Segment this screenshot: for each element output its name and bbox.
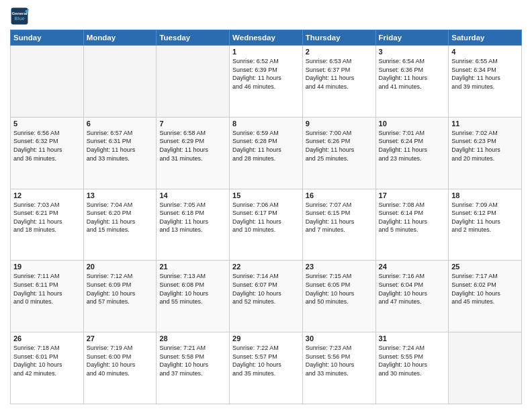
day-info: Sunrise: 7:14 AM Sunset: 6:07 PM Dayligh… bbox=[232, 272, 300, 306]
calendar-cell: 6Sunrise: 6:57 AM Sunset: 6:31 PM Daylig… bbox=[83, 117, 157, 189]
week-row-4: 19Sunrise: 7:11 AM Sunset: 6:11 PM Dayli… bbox=[11, 261, 522, 332]
day-number: 29 bbox=[232, 334, 300, 342]
day-number: 28 bbox=[159, 334, 226, 342]
day-info: Sunrise: 7:17 AM Sunset: 6:02 PM Dayligh… bbox=[451, 272, 519, 306]
day-info: Sunrise: 6:57 AM Sunset: 6:31 PM Dayligh… bbox=[87, 129, 154, 163]
calendar-cell: 19Sunrise: 7:11 AM Sunset: 6:11 PM Dayli… bbox=[11, 261, 84, 332]
day-info: Sunrise: 7:08 AM Sunset: 6:14 PM Dayligh… bbox=[379, 201, 446, 234]
day-number: 12 bbox=[13, 191, 81, 199]
calendar-cell: 25Sunrise: 7:17 AM Sunset: 6:02 PM Dayli… bbox=[449, 261, 522, 332]
day-number: 20 bbox=[87, 263, 154, 271]
day-number: 3 bbox=[379, 48, 446, 56]
weekday-wednesday: Wednesday bbox=[230, 30, 303, 46]
calendar: SundayMondayTuesdayWednesdayThursdayFrid… bbox=[10, 30, 522, 404]
calendar-cell: 17Sunrise: 7:08 AM Sunset: 6:14 PM Dayli… bbox=[375, 189, 449, 261]
calendar-cell: 12Sunrise: 7:03 AM Sunset: 6:21 PM Dayli… bbox=[11, 189, 84, 261]
calendar-cell: 18Sunrise: 7:09 AM Sunset: 6:12 PM Dayli… bbox=[449, 189, 522, 261]
day-info: Sunrise: 7:01 AM Sunset: 6:24 PM Dayligh… bbox=[379, 129, 446, 163]
day-number: 4 bbox=[451, 48, 519, 56]
day-info: Sunrise: 7:21 AM Sunset: 5:58 PM Dayligh… bbox=[159, 344, 226, 377]
calendar-cell: 27Sunrise: 7:19 AM Sunset: 6:00 PM Dayli… bbox=[83, 332, 157, 404]
day-number: 19 bbox=[13, 263, 81, 271]
week-row-1: 1Sunrise: 6:52 AM Sunset: 6:39 PM Daylig… bbox=[11, 46, 522, 118]
day-number: 31 bbox=[379, 334, 446, 342]
day-info: Sunrise: 7:16 AM Sunset: 6:04 PM Dayligh… bbox=[379, 272, 446, 306]
week-row-3: 12Sunrise: 7:03 AM Sunset: 6:21 PM Dayli… bbox=[11, 189, 522, 261]
day-number: 23 bbox=[306, 263, 373, 271]
day-number: 18 bbox=[451, 191, 519, 199]
calendar-cell: 20Sunrise: 7:12 AM Sunset: 6:09 PM Dayli… bbox=[83, 261, 157, 332]
day-info: Sunrise: 7:03 AM Sunset: 6:21 PM Dayligh… bbox=[13, 201, 81, 234]
calendar-cell: 3Sunrise: 6:54 AM Sunset: 6:36 PM Daylig… bbox=[375, 46, 449, 118]
day-number: 16 bbox=[306, 191, 373, 199]
day-number: 5 bbox=[13, 120, 81, 128]
calendar-cell: 11Sunrise: 7:02 AM Sunset: 6:23 PM Dayli… bbox=[449, 117, 522, 189]
calendar-cell: 8Sunrise: 6:59 AM Sunset: 6:28 PM Daylig… bbox=[230, 117, 303, 189]
day-number: 9 bbox=[306, 120, 373, 128]
weekday-thursday: Thursday bbox=[302, 30, 375, 46]
day-info: Sunrise: 7:18 AM Sunset: 6:01 PM Dayligh… bbox=[13, 344, 81, 377]
calendar-cell: 26Sunrise: 7:18 AM Sunset: 6:01 PM Dayli… bbox=[11, 332, 84, 404]
day-number: 26 bbox=[13, 334, 81, 342]
logo-icon: General Blue bbox=[10, 7, 29, 26]
day-number: 10 bbox=[379, 120, 446, 128]
calendar-cell: 15Sunrise: 7:06 AM Sunset: 6:17 PM Dayli… bbox=[230, 189, 303, 261]
day-number: 1 bbox=[232, 48, 300, 56]
calendar-cell: 28Sunrise: 7:21 AM Sunset: 5:58 PM Dayli… bbox=[157, 332, 230, 404]
calendar-cell: 22Sunrise: 7:14 AM Sunset: 6:07 PM Dayli… bbox=[230, 261, 303, 332]
day-number: 8 bbox=[232, 120, 300, 128]
day-info: Sunrise: 6:55 AM Sunset: 6:34 PM Dayligh… bbox=[451, 57, 519, 91]
day-info: Sunrise: 7:00 AM Sunset: 6:26 PM Dayligh… bbox=[306, 129, 373, 163]
day-info: Sunrise: 7:06 AM Sunset: 6:17 PM Dayligh… bbox=[232, 201, 300, 234]
calendar-cell: 5Sunrise: 6:56 AM Sunset: 6:32 PM Daylig… bbox=[11, 117, 84, 189]
calendar-cell bbox=[157, 46, 230, 118]
day-number: 14 bbox=[159, 191, 226, 199]
svg-text:General: General bbox=[11, 11, 27, 15]
weekday-saturday: Saturday bbox=[449, 30, 522, 46]
day-info: Sunrise: 6:56 AM Sunset: 6:32 PM Dayligh… bbox=[13, 129, 81, 163]
day-number: 24 bbox=[379, 263, 446, 271]
day-number: 7 bbox=[159, 120, 226, 128]
week-row-2: 5Sunrise: 6:56 AM Sunset: 6:32 PM Daylig… bbox=[11, 117, 522, 189]
weekday-friday: Friday bbox=[375, 30, 449, 46]
calendar-cell: 30Sunrise: 7:23 AM Sunset: 5:56 PM Dayli… bbox=[302, 332, 375, 404]
calendar-cell bbox=[449, 332, 522, 404]
calendar-cell: 14Sunrise: 7:05 AM Sunset: 6:18 PM Dayli… bbox=[157, 189, 230, 261]
weekday-sunday: Sunday bbox=[11, 30, 84, 46]
weekday-monday: Monday bbox=[83, 30, 157, 46]
logo: General Blue bbox=[10, 7, 32, 26]
day-info: Sunrise: 7:05 AM Sunset: 6:18 PM Dayligh… bbox=[159, 201, 226, 234]
day-info: Sunrise: 6:53 AM Sunset: 6:37 PM Dayligh… bbox=[306, 57, 373, 91]
week-row-5: 26Sunrise: 7:18 AM Sunset: 6:01 PM Dayli… bbox=[11, 332, 522, 404]
day-info: Sunrise: 7:09 AM Sunset: 6:12 PM Dayligh… bbox=[451, 201, 519, 234]
calendar-cell: 13Sunrise: 7:04 AM Sunset: 6:20 PM Dayli… bbox=[83, 189, 157, 261]
day-info: Sunrise: 7:15 AM Sunset: 6:05 PM Dayligh… bbox=[306, 272, 373, 306]
calendar-cell: 24Sunrise: 7:16 AM Sunset: 6:04 PM Dayli… bbox=[375, 261, 449, 332]
weekday-tuesday: Tuesday bbox=[157, 30, 230, 46]
day-number: 22 bbox=[232, 263, 300, 271]
calendar-cell: 21Sunrise: 7:13 AM Sunset: 6:08 PM Dayli… bbox=[157, 261, 230, 332]
calendar-cell: 7Sunrise: 6:58 AM Sunset: 6:29 PM Daylig… bbox=[157, 117, 230, 189]
weekday-header-row: SundayMondayTuesdayWednesdayThursdayFrid… bbox=[11, 30, 522, 46]
day-number: 17 bbox=[379, 191, 446, 199]
day-number: 27 bbox=[87, 334, 154, 342]
day-info: Sunrise: 7:11 AM Sunset: 6:11 PM Dayligh… bbox=[13, 272, 81, 306]
calendar-cell: 23Sunrise: 7:15 AM Sunset: 6:05 PM Dayli… bbox=[302, 261, 375, 332]
calendar-cell: 16Sunrise: 7:07 AM Sunset: 6:15 PM Dayli… bbox=[302, 189, 375, 261]
header: General Blue bbox=[10, 7, 522, 26]
day-info: Sunrise: 6:59 AM Sunset: 6:28 PM Dayligh… bbox=[232, 129, 300, 163]
calendar-cell: 1Sunrise: 6:52 AM Sunset: 6:39 PM Daylig… bbox=[230, 46, 303, 118]
day-info: Sunrise: 7:23 AM Sunset: 5:56 PM Dayligh… bbox=[306, 344, 373, 377]
day-info: Sunrise: 6:52 AM Sunset: 6:39 PM Dayligh… bbox=[232, 57, 300, 91]
day-info: Sunrise: 7:02 AM Sunset: 6:23 PM Dayligh… bbox=[451, 129, 519, 163]
day-number: 21 bbox=[159, 263, 226, 271]
day-info: Sunrise: 7:13 AM Sunset: 6:08 PM Dayligh… bbox=[159, 272, 226, 306]
day-number: 13 bbox=[87, 191, 154, 199]
day-number: 15 bbox=[232, 191, 300, 199]
day-number: 30 bbox=[306, 334, 373, 342]
page: General Blue SundayMondayTuesdayWednesda… bbox=[0, 0, 532, 411]
day-info: Sunrise: 7:12 AM Sunset: 6:09 PM Dayligh… bbox=[87, 272, 154, 306]
day-number: 25 bbox=[451, 263, 519, 271]
day-info: Sunrise: 7:22 AM Sunset: 5:57 PM Dayligh… bbox=[232, 344, 300, 377]
calendar-cell bbox=[11, 46, 84, 118]
